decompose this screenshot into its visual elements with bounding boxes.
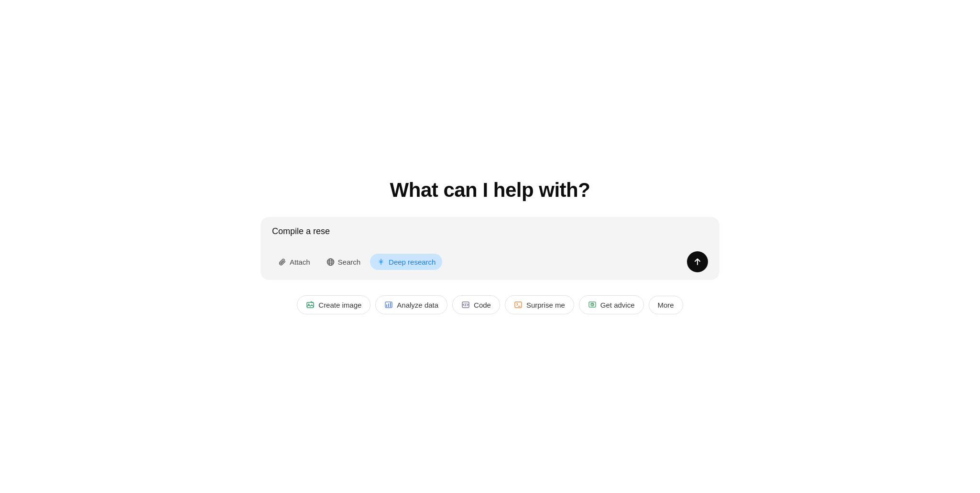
surprise-me-label: Surprise me	[526, 301, 565, 309]
svg-rect-6	[307, 302, 314, 308]
svg-rect-16	[589, 302, 596, 307]
analyze-data-label: Analyze data	[397, 301, 438, 309]
code-label: Code	[474, 301, 491, 309]
page-title: What can I help with?	[390, 179, 590, 202]
input-area: Compile a rese Attach	[261, 217, 719, 280]
svg-point-18	[592, 306, 592, 306]
surprise-me-button[interactable]: Surprise me	[505, 295, 574, 314]
analyze-data-button[interactable]: Analyze data	[375, 295, 447, 314]
deep-research-button[interactable]: Deep research	[370, 254, 442, 270]
main-container: What can I help with? Compile a rese Att…	[261, 179, 719, 314]
search-label: Search	[338, 258, 361, 266]
quick-actions: Create image Analyze data	[297, 295, 683, 314]
attach-label: Attach	[290, 258, 310, 266]
svg-line-13	[466, 304, 466, 306]
code-button[interactable]: Code	[452, 295, 500, 314]
code-icon	[461, 300, 470, 309]
search-button[interactable]: Search	[320, 254, 368, 270]
deep-research-icon	[377, 257, 385, 266]
deep-research-label: Deep research	[389, 258, 436, 266]
create-image-icon	[306, 300, 315, 309]
send-icon	[693, 257, 702, 267]
create-image-label: Create image	[318, 301, 361, 309]
create-image-button[interactable]: Create image	[297, 295, 370, 314]
get-advice-icon	[588, 300, 597, 309]
send-button[interactable]	[687, 251, 708, 272]
svg-rect-14	[515, 302, 522, 308]
more-label: More	[658, 301, 674, 309]
more-button[interactable]: More	[649, 296, 683, 314]
toolbar-left: Attach Search	[272, 254, 687, 270]
get-advice-label: Get advice	[600, 301, 635, 309]
get-advice-button[interactable]: Get advice	[579, 295, 644, 314]
attach-icon	[279, 258, 286, 266]
globe-icon	[327, 258, 335, 266]
surprise-me-icon	[514, 300, 523, 309]
analyze-data-icon	[384, 300, 393, 309]
svg-point-5	[380, 260, 382, 263]
input-toolbar: Attach Search	[272, 251, 708, 272]
chat-input[interactable]: Compile a rese	[272, 226, 708, 244]
attach-button[interactable]: Attach	[272, 254, 317, 270]
